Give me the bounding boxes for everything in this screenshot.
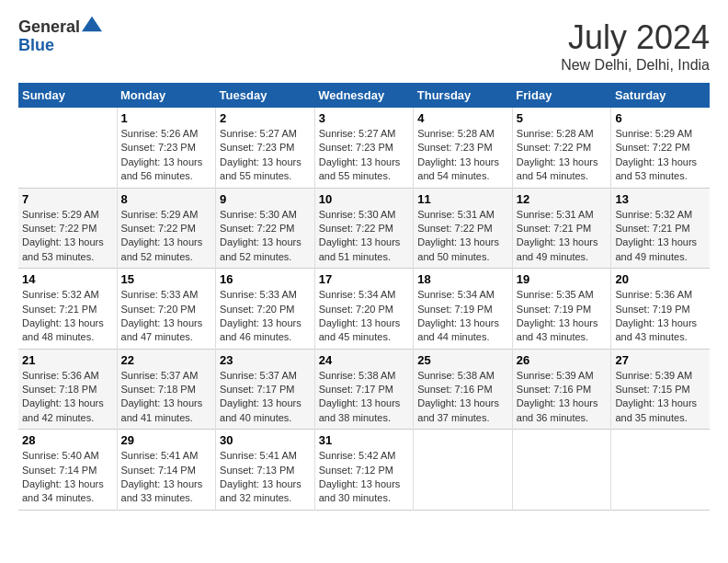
calendar-cell (414, 430, 513, 511)
calendar-cell: 19Sunrise: 5:35 AM Sunset: 7:19 PM Dayli… (512, 269, 611, 350)
main-title: July 2024 (561, 18, 710, 57)
calendar-cell: 15Sunrise: 5:33 AM Sunset: 7:20 PM Dayli… (117, 269, 216, 350)
day-info: Sunrise: 5:39 AM Sunset: 7:15 PM Dayligh… (615, 369, 706, 426)
column-header-wednesday: Wednesday (314, 83, 414, 108)
day-number: 6 (615, 111, 706, 125)
day-info: Sunrise: 5:37 AM Sunset: 7:17 PM Dayligh… (220, 369, 311, 426)
calendar-cell: 25Sunrise: 5:38 AM Sunset: 7:16 PM Dayli… (414, 349, 513, 430)
day-number: 3 (319, 111, 410, 125)
day-info: Sunrise: 5:38 AM Sunset: 7:16 PM Dayligh… (417, 369, 508, 426)
calendar-cell: 29Sunrise: 5:41 AM Sunset: 7:14 PM Dayli… (117, 430, 216, 511)
calendar-cell: 22Sunrise: 5:37 AM Sunset: 7:18 PM Dayli… (117, 349, 216, 430)
day-number: 24 (319, 353, 410, 367)
day-info: Sunrise: 5:36 AM Sunset: 7:18 PM Dayligh… (22, 369, 113, 426)
calendar-cell: 31Sunrise: 5:42 AM Sunset: 7:12 PM Dayli… (314, 430, 414, 511)
column-header-tuesday: Tuesday (216, 83, 315, 108)
calendar-cell: 30Sunrise: 5:41 AM Sunset: 7:13 PM Dayli… (216, 430, 315, 511)
week-row-1: 1Sunrise: 5:26 AM Sunset: 7:23 PM Daylig… (18, 108, 710, 188)
calendar-cell: 11Sunrise: 5:31 AM Sunset: 7:22 PM Dayli… (414, 188, 513, 269)
day-info: Sunrise: 5:32 AM Sunset: 7:21 PM Dayligh… (615, 208, 706, 265)
calendar-cell: 6Sunrise: 5:29 AM Sunset: 7:22 PM Daylig… (611, 108, 710, 188)
day-number: 25 (417, 353, 508, 367)
column-header-saturday: Saturday (611, 83, 710, 108)
calendar-cell: 1Sunrise: 5:26 AM Sunset: 7:23 PM Daylig… (117, 108, 216, 188)
day-number: 29 (121, 433, 212, 447)
day-info: Sunrise: 5:29 AM Sunset: 7:22 PM Dayligh… (22, 208, 113, 265)
day-info: Sunrise: 5:34 AM Sunset: 7:20 PM Dayligh… (319, 288, 410, 345)
day-number: 16 (220, 272, 311, 286)
logo-general: General (18, 18, 102, 37)
day-number: 5 (517, 111, 608, 125)
day-info: Sunrise: 5:40 AM Sunset: 7:14 PM Dayligh… (22, 449, 113, 506)
calendar-cell: 16Sunrise: 5:33 AM Sunset: 7:20 PM Dayli… (216, 269, 315, 350)
svg-marker-0 (82, 17, 102, 32)
day-number: 18 (417, 272, 508, 286)
day-info: Sunrise: 5:29 AM Sunset: 7:22 PM Dayligh… (121, 208, 212, 265)
calendar-cell: 18Sunrise: 5:34 AM Sunset: 7:19 PM Dayli… (414, 269, 513, 350)
day-info: Sunrise: 5:36 AM Sunset: 7:19 PM Dayligh… (615, 288, 706, 345)
day-info: Sunrise: 5:27 AM Sunset: 7:23 PM Dayligh… (220, 127, 311, 184)
calendar-header-row: SundayMondayTuesdayWednesdayThursdayFrid… (18, 83, 710, 108)
calendar-cell: 10Sunrise: 5:30 AM Sunset: 7:22 PM Dayli… (314, 188, 414, 269)
day-info: Sunrise: 5:32 AM Sunset: 7:21 PM Dayligh… (22, 288, 113, 345)
calendar-cell: 7Sunrise: 5:29 AM Sunset: 7:22 PM Daylig… (18, 188, 117, 269)
day-number: 11 (417, 192, 508, 206)
calendar-cell: 5Sunrise: 5:28 AM Sunset: 7:22 PM Daylig… (512, 108, 611, 188)
week-row-3: 14Sunrise: 5:32 AM Sunset: 7:21 PM Dayli… (18, 269, 710, 350)
day-info: Sunrise: 5:31 AM Sunset: 7:22 PM Dayligh… (417, 208, 508, 265)
day-info: Sunrise: 5:35 AM Sunset: 7:19 PM Dayligh… (517, 288, 608, 345)
day-number: 15 (121, 272, 212, 286)
calendar-cell: 28Sunrise: 5:40 AM Sunset: 7:14 PM Dayli… (18, 430, 117, 511)
day-number: 28 (22, 433, 113, 447)
title-section: July 2024 New Delhi, Delhi, India (561, 18, 710, 74)
calendar-cell: 21Sunrise: 5:36 AM Sunset: 7:18 PM Dayli… (18, 349, 117, 430)
day-number: 10 (319, 192, 410, 206)
day-info: Sunrise: 5:30 AM Sunset: 7:22 PM Dayligh… (319, 208, 410, 265)
calendar-table: SundayMondayTuesdayWednesdayThursdayFrid… (18, 83, 710, 511)
day-info: Sunrise: 5:26 AM Sunset: 7:23 PM Dayligh… (121, 127, 212, 184)
day-info: Sunrise: 5:41 AM Sunset: 7:14 PM Dayligh… (121, 449, 212, 506)
day-info: Sunrise: 5:42 AM Sunset: 7:12 PM Dayligh… (319, 449, 410, 506)
logo: General Blue (18, 18, 102, 55)
calendar-cell (611, 430, 710, 511)
calendar-cell: 9Sunrise: 5:30 AM Sunset: 7:22 PM Daylig… (216, 188, 315, 269)
day-number: 4 (417, 111, 508, 125)
calendar-cell: 23Sunrise: 5:37 AM Sunset: 7:17 PM Dayli… (216, 349, 315, 430)
logo-icon (82, 14, 102, 34)
day-number: 14 (22, 272, 113, 286)
calendar-cell: 3Sunrise: 5:27 AM Sunset: 7:23 PM Daylig… (314, 108, 414, 188)
calendar-cell (18, 108, 117, 188)
column-header-sunday: Sunday (18, 83, 117, 108)
day-info: Sunrise: 5:41 AM Sunset: 7:13 PM Dayligh… (220, 449, 311, 506)
day-info: Sunrise: 5:34 AM Sunset: 7:19 PM Dayligh… (417, 288, 508, 345)
calendar-cell: 8Sunrise: 5:29 AM Sunset: 7:22 PM Daylig… (117, 188, 216, 269)
day-number: 8 (121, 192, 212, 206)
column-header-friday: Friday (512, 83, 611, 108)
calendar-cell: 24Sunrise: 5:38 AM Sunset: 7:17 PM Dayli… (314, 349, 414, 430)
calendar-cell: 26Sunrise: 5:39 AM Sunset: 7:16 PM Dayli… (512, 349, 611, 430)
page-header: General Blue July 2024 New Delhi, Delhi,… (18, 18, 710, 74)
calendar-cell (512, 430, 611, 511)
column-header-monday: Monday (117, 83, 216, 108)
calendar-cell: 12Sunrise: 5:31 AM Sunset: 7:21 PM Dayli… (512, 188, 611, 269)
calendar-cell: 4Sunrise: 5:28 AM Sunset: 7:23 PM Daylig… (414, 108, 513, 188)
day-info: Sunrise: 5:39 AM Sunset: 7:16 PM Dayligh… (517, 369, 608, 426)
day-number: 7 (22, 192, 113, 206)
day-info: Sunrise: 5:29 AM Sunset: 7:22 PM Dayligh… (615, 127, 706, 184)
day-info: Sunrise: 5:33 AM Sunset: 7:20 PM Dayligh… (121, 288, 212, 345)
day-number: 17 (319, 272, 410, 286)
day-number: 21 (22, 353, 113, 367)
week-row-4: 21Sunrise: 5:36 AM Sunset: 7:18 PM Dayli… (18, 349, 710, 430)
calendar-cell: 14Sunrise: 5:32 AM Sunset: 7:21 PM Dayli… (18, 269, 117, 350)
day-number: 2 (220, 111, 311, 125)
logo-text: General Blue (18, 18, 102, 55)
day-info: Sunrise: 5:28 AM Sunset: 7:22 PM Dayligh… (517, 127, 608, 184)
calendar-cell: 17Sunrise: 5:34 AM Sunset: 7:20 PM Dayli… (314, 269, 414, 350)
day-number: 12 (517, 192, 608, 206)
day-info: Sunrise: 5:37 AM Sunset: 7:18 PM Dayligh… (121, 369, 212, 426)
day-info: Sunrise: 5:28 AM Sunset: 7:23 PM Dayligh… (417, 127, 508, 184)
day-info: Sunrise: 5:27 AM Sunset: 7:23 PM Dayligh… (319, 127, 410, 184)
week-row-2: 7Sunrise: 5:29 AM Sunset: 7:22 PM Daylig… (18, 188, 710, 269)
subtitle: New Delhi, Delhi, India (561, 57, 710, 74)
day-number: 30 (220, 433, 311, 447)
